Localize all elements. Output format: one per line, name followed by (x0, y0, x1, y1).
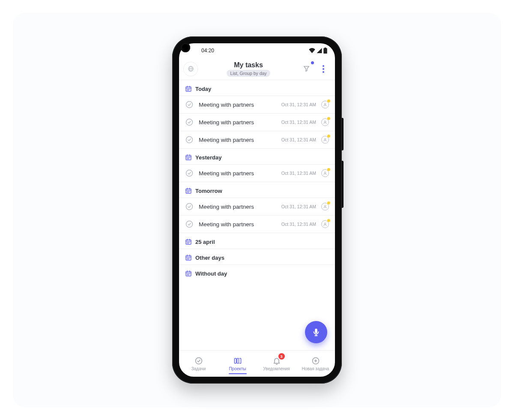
nav-label: Проекты (229, 366, 246, 371)
svg-point-21 (195, 357, 202, 364)
signal-icon (317, 48, 322, 53)
svg-rect-2 (186, 87, 191, 91)
group-label: Yesterday (195, 154, 221, 161)
task-list: TodayMeeting with partnersOct 31, 12:31 … (179, 80, 335, 350)
wifi-icon (309, 48, 315, 53)
assignee-avatar[interactable] (321, 136, 329, 144)
nav-label: Уведомления (263, 366, 290, 371)
svg-point-11 (324, 172, 326, 173)
svg-point-8 (324, 138, 326, 140)
svg-point-5 (186, 119, 193, 126)
calendar-icon (185, 154, 192, 161)
nav-projects[interactable]: Проекты (218, 351, 257, 377)
group-header[interactable]: Without day (179, 264, 335, 280)
calendar-icon (185, 238, 192, 245)
assignee-avatar[interactable] (321, 169, 329, 177)
nav-label: Новая задача (302, 366, 329, 371)
task-time: Oct 31, 12:31 AM (281, 120, 316, 125)
task-time: Oct 31, 12:31 AM (281, 171, 316, 176)
svg-point-7 (186, 137, 193, 143)
task-time: Oct 31, 12:31 AM (281, 222, 316, 227)
status-dot (327, 117, 330, 120)
bottom-nav: Задачи Проекты 3 Уведомления Новая задач… (179, 350, 335, 377)
filter-active-dot (311, 61, 314, 64)
status-dot (327, 99, 330, 102)
task-checkbox-icon[interactable] (185, 135, 194, 144)
assignee-avatar[interactable] (321, 220, 329, 228)
task-row[interactable]: Meeting with partnersOct 31, 12:31 AM (179, 113, 335, 131)
svg-rect-22 (234, 358, 236, 363)
group-header[interactable]: Other days (179, 249, 335, 264)
task-title: Meeting with partners (199, 170, 276, 177)
kebab-icon (323, 65, 324, 73)
screen: 04:20 My tasks List, Group by day (179, 43, 335, 377)
status-dot (327, 135, 330, 138)
svg-rect-19 (186, 271, 191, 276)
svg-point-14 (324, 205, 326, 207)
svg-point-15 (186, 221, 193, 228)
notification-badge: 3 (278, 353, 285, 360)
svg-rect-20 (315, 329, 317, 333)
group-header[interactable]: Today (179, 80, 335, 96)
task-title: Meeting with partners (199, 137, 276, 143)
view-mode-chip: List, Group by day (227, 70, 270, 77)
task-row[interactable]: Meeting with partnersOct 31, 12:31 AM (179, 131, 335, 148)
task-title: Meeting with partners (199, 119, 276, 126)
nav-tasks[interactable]: Задачи (179, 351, 218, 377)
group-header[interactable]: Yesterday (179, 148, 335, 164)
group-label: Today (195, 86, 211, 92)
backdrop: 04:20 My tasks List, Group by day (13, 13, 501, 407)
task-time: Oct 31, 12:31 AM (281, 204, 316, 209)
task-row[interactable]: Meeting with partnersOct 31, 12:31 AM (179, 96, 335, 113)
svg-rect-17 (186, 240, 191, 244)
header-title-area[interactable]: My tasks List, Group by day (200, 61, 296, 77)
plus-circle-icon (311, 357, 320, 365)
assignee-avatar[interactable] (321, 101, 329, 108)
nav-notifications[interactable]: 3 Уведомления (257, 351, 296, 377)
group-label: Other days (195, 255, 224, 261)
voice-fab[interactable] (305, 321, 327, 343)
calendar-icon (185, 270, 192, 277)
assignee-avatar[interactable] (321, 118, 329, 126)
svg-rect-23 (237, 358, 239, 363)
task-checkbox-icon[interactable] (185, 100, 194, 109)
task-row[interactable]: Meeting with partnersOct 31, 12:31 AM (179, 215, 335, 233)
svg-point-16 (324, 223, 326, 224)
group-label: Tomorrow (195, 188, 222, 194)
task-title: Meeting with partners (199, 102, 276, 108)
task-checkbox-icon[interactable] (185, 202, 194, 211)
globe-icon (188, 66, 194, 72)
task-row[interactable]: Meeting with partnersOct 31, 12:31 AM (179, 198, 335, 215)
svg-point-13 (186, 204, 193, 210)
filter-button[interactable] (299, 62, 314, 76)
task-time: Oct 31, 12:31 AM (281, 137, 316, 142)
status-bar: 04:20 (179, 43, 335, 58)
task-title: Meeting with partners (199, 204, 276, 210)
task-checkbox-icon[interactable] (185, 220, 194, 228)
status-clock: 04:20 (201, 48, 214, 54)
group-header[interactable]: Tomorrow (179, 182, 335, 198)
assignee-avatar[interactable] (321, 203, 329, 210)
status-dot (327, 201, 330, 204)
page-title: My tasks (200, 61, 296, 69)
group-header[interactable]: 25 april (179, 233, 335, 249)
status-dot (327, 219, 330, 222)
group-label: Without day (195, 270, 227, 277)
calendar-icon (185, 254, 192, 261)
status-dot (327, 168, 330, 171)
task-row[interactable]: Meeting with partnersOct 31, 12:31 AM (179, 164, 335, 182)
app-header: My tasks List, Group by day (179, 58, 335, 80)
task-checkbox-icon[interactable] (185, 169, 194, 177)
svg-point-10 (186, 170, 193, 177)
task-checkbox-icon[interactable] (185, 118, 194, 126)
battery-icon (323, 48, 327, 54)
task-title: Meeting with partners (199, 221, 276, 228)
phone-frame: 04:20 My tasks List, Group by day (172, 36, 342, 384)
svg-rect-18 (186, 255, 191, 260)
workspace-button[interactable] (183, 62, 198, 76)
svg-point-6 (324, 121, 326, 122)
mic-icon (311, 327, 321, 337)
nav-new-task[interactable]: Новая задача (296, 351, 335, 377)
overflow-menu-button[interactable] (316, 62, 331, 76)
calendar-icon (185, 85, 192, 92)
